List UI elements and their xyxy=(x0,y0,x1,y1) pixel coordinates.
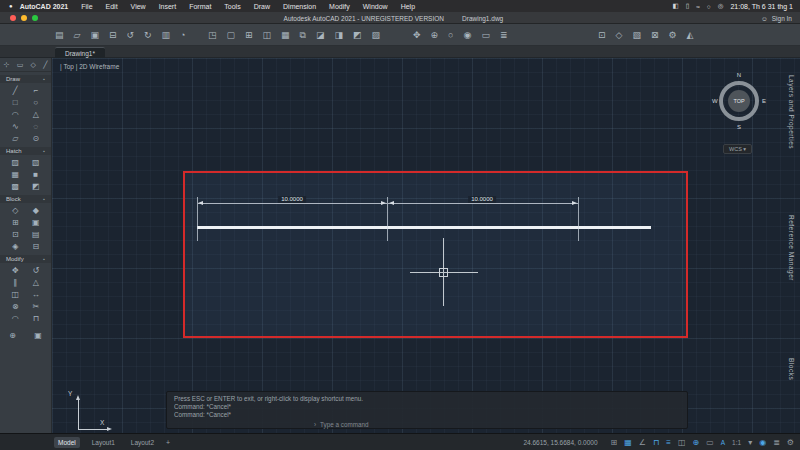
menu-file[interactable]: File xyxy=(81,3,92,10)
lineweight-icon[interactable]: ≡ xyxy=(666,438,671,447)
menubar-clock[interactable]: 21:08, Th 6 31 thg 1 xyxy=(730,3,793,10)
section-options-icon[interactable]: ▪ xyxy=(43,76,45,82)
wcs-dropdown[interactable]: WCS ▾ xyxy=(723,144,752,154)
viewport-controls[interactable]: | Top | 2D Wireframe xyxy=(60,63,119,70)
menu-format[interactable]: Format xyxy=(189,3,211,10)
annotation-icon[interactable]: A xyxy=(721,439,725,446)
zoom-extents-icon[interactable]: ⊕ xyxy=(431,30,439,40)
hatch-tool-icon[interactable]: ▨ xyxy=(11,158,19,167)
base-point-icon[interactable]: ▤ xyxy=(32,230,40,239)
properties-toolbar-icon[interactable]: ◫ xyxy=(263,30,272,40)
polyline-tool-icon[interactable]: ⌐ xyxy=(33,86,38,95)
pattern-hatch-icon[interactable]: ▩ xyxy=(11,182,19,191)
line-tool-icon[interactable]: ╱ xyxy=(13,86,18,95)
compass-west[interactable]: W xyxy=(712,98,718,104)
sync-attributes-icon[interactable]: ⊟ xyxy=(32,242,39,251)
command-history-icon[interactable]: ≣ xyxy=(773,438,780,447)
menu-edit[interactable]: Edit xyxy=(106,3,118,10)
polygon-tool-icon[interactable]: △ xyxy=(33,110,39,119)
apple-menu-icon[interactable]: ● xyxy=(9,3,13,9)
explode-tool-icon[interactable]: ⊓ xyxy=(33,314,39,323)
drawing-canvas[interactable]: | Top | 2D Wireframe N W E S TOP WCS ▾ L… xyxy=(52,58,800,433)
search-icon[interactable]: ○ xyxy=(707,3,711,10)
create-block-icon[interactable]: ◆ xyxy=(33,206,39,215)
close-button[interactable] xyxy=(10,15,16,21)
palette-layout-icon[interactable]: ▭ xyxy=(17,60,24,69)
new-file-icon[interactable]: ▤ xyxy=(55,30,64,40)
display-mirroring-icon[interactable]: ◧ xyxy=(673,2,679,10)
polar-tracking-icon[interactable]: ∠ xyxy=(639,438,646,447)
table-toolbar-icon[interactable]: ◪ xyxy=(316,30,325,40)
move-tool-icon[interactable]: ✥ xyxy=(12,266,19,275)
trim-tool-icon[interactable]: ✂ xyxy=(32,302,39,311)
print-plot-icon[interactable]: ⊟ xyxy=(109,30,117,40)
offset-tool-icon[interactable]: ∥ xyxy=(13,278,17,287)
wifi-icon[interactable]: ≈ xyxy=(696,3,700,10)
section-header-draw[interactable]: Draw ▪ xyxy=(0,75,51,83)
section-header-hatch[interactable]: Hatch ▪ xyxy=(0,147,51,155)
compass-top-face[interactable]: TOP xyxy=(728,90,750,112)
drawing-tab[interactable]: Drawing1* xyxy=(55,47,105,58)
compass-east[interactable]: E xyxy=(762,98,766,104)
drawn-line[interactable] xyxy=(197,226,651,229)
workspace-switch-icon[interactable]: ▭ xyxy=(706,438,714,447)
osnap-tracking-icon[interactable]: ⊕ xyxy=(692,438,699,447)
palette-settings-icon[interactable]: ▣ xyxy=(34,331,42,340)
recent-docs-icon[interactable]: ◔ xyxy=(180,30,185,40)
section-header-modify[interactable]: Modify ▪ xyxy=(0,255,51,263)
arc-tool-icon[interactable]: ◠ xyxy=(12,110,19,119)
menu-window[interactable]: Window xyxy=(363,3,388,10)
circle-tool-icon[interactable]: ○ xyxy=(33,98,38,107)
solid-hatch-icon[interactable]: ■ xyxy=(33,170,38,179)
menu-insert[interactable]: Insert xyxy=(159,3,177,10)
text-toolbar-icon[interactable]: ◨ xyxy=(335,30,344,40)
tool-palettes-icon[interactable]: ⊡ xyxy=(598,30,606,40)
open-file-icon[interactable]: ▱ xyxy=(74,30,81,40)
compass-north[interactable]: N xyxy=(737,72,741,78)
menu-view[interactable]: View xyxy=(131,3,146,10)
annotation-scale[interactable]: 1:1 xyxy=(732,439,741,446)
tab-reference-manager[interactable]: Reference Manager xyxy=(788,215,795,281)
insert-block-icon[interactable]: ◇ xyxy=(12,206,18,215)
spline-tool-icon[interactable]: ∿ xyxy=(12,122,19,131)
tab-model[interactable]: Model xyxy=(54,437,80,448)
scale-dropdown-icon[interactable]: ▾ xyxy=(748,438,752,447)
tab-layout1[interactable]: Layout1 xyxy=(88,437,119,448)
dynamic-input-icon[interactable]: ◫ xyxy=(678,438,686,447)
grid-toolbar-icon[interactable]: ⊞ xyxy=(245,30,253,40)
hatch-editor-icon[interactable]: ▧ xyxy=(632,30,641,40)
group-toolbar-icon[interactable]: ◩ xyxy=(353,30,362,40)
stretch-tool-icon[interactable]: ↔ xyxy=(32,290,40,299)
compass-south[interactable]: S xyxy=(737,124,741,130)
attribute-manager-icon[interactable]: ◈ xyxy=(12,242,18,251)
block-editor-icon[interactable]: ▣ xyxy=(32,218,40,227)
undo-icon[interactable]: ↺ xyxy=(127,30,135,40)
rotate-tool-icon[interactable]: ↺ xyxy=(32,266,39,275)
section-options-icon[interactable]: ▪ xyxy=(43,256,45,262)
hatch-toolbar-icon[interactable]: ▦ xyxy=(281,30,290,40)
settings-gear-icon[interactable]: ⚙ xyxy=(669,30,677,40)
point-tool-icon[interactable]: ◌ xyxy=(33,122,38,131)
add-layout-button[interactable]: + xyxy=(166,439,170,446)
palette-mode-icon[interactable]: ⊹ xyxy=(4,60,10,69)
section-options-icon[interactable]: ▪ xyxy=(43,148,45,154)
menu-tools[interactable]: Tools xyxy=(224,3,240,10)
rectangle-tool-icon[interactable]: □ xyxy=(13,98,18,107)
pan-icon[interactable]: ✥ xyxy=(413,30,421,40)
sign-in-button[interactable]: ☺ Sign In xyxy=(761,12,792,24)
minimize-button[interactable] xyxy=(21,15,27,21)
command-list-icon[interactable]: ≣ xyxy=(500,30,508,40)
layer-palette-icon[interactable]: ◳ xyxy=(208,30,217,40)
menu-dimension[interactable]: Dimension xyxy=(283,3,316,10)
tab-layout2[interactable]: Layout2 xyxy=(127,437,158,448)
zoom-button[interactable] xyxy=(32,15,38,21)
xref-toolbar-icon[interactable]: ⧉ xyxy=(300,30,306,41)
orbit-icon[interactable]: ◉ xyxy=(464,30,472,40)
palette-drafting-icon[interactable]: ╱ xyxy=(43,60,47,69)
workspace-icon[interactable]: ▥ xyxy=(162,30,171,40)
menu-draw[interactable]: Draw xyxy=(254,3,270,10)
command-line-panel[interactable]: Press ESC or ENTER to exit, or right-cli… xyxy=(166,391,688,429)
donut-tool-icon[interactable]: ⊙ xyxy=(32,134,39,143)
close-pattern-icon[interactable]: ⊠ xyxy=(651,30,659,40)
add-tool-icon[interactable]: ⊕ xyxy=(9,331,16,340)
